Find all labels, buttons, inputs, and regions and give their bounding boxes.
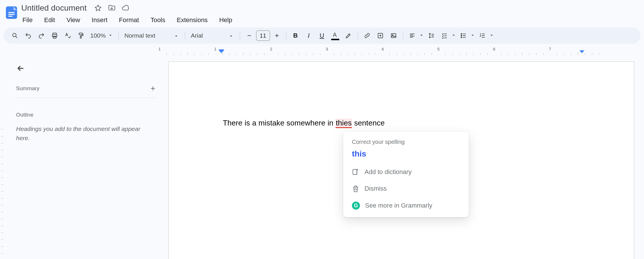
- menu-tools[interactable]: Tools: [149, 15, 167, 25]
- popup-see-more[interactable]: G See more in Grammarly: [343, 197, 469, 214]
- ruler-label: 7: [549, 47, 551, 51]
- svg-rect-11: [391, 34, 396, 38]
- horizontal-ruler[interactable]: 11234567: [0, 47, 644, 55]
- popup-add-label: Add to dictionary: [365, 168, 412, 176]
- font-value: Arial: [191, 32, 203, 39]
- add-summary-button[interactable]: +: [151, 84, 155, 92]
- popup-suggestion[interactable]: this: [343, 149, 469, 164]
- document-page[interactable]: There is a mistake somewhere in thies se…: [168, 61, 634, 259]
- chevron-down-icon: [470, 33, 476, 38]
- bold-button[interactable]: B: [289, 30, 302, 41]
- menu-insert[interactable]: Insert: [90, 15, 109, 25]
- popup-more-label: See more in Grammarly: [365, 202, 432, 209]
- menu-format[interactable]: Format: [117, 15, 141, 25]
- increase-font-icon[interactable]: [271, 30, 283, 41]
- popup-dismiss[interactable]: Dismiss: [343, 180, 469, 197]
- line-spacing-icon[interactable]: [425, 30, 438, 41]
- spellcheck-popup: Correct your spelling this Add to dictio…: [343, 132, 469, 217]
- ruler-label: 6: [493, 47, 495, 51]
- chevron-down-icon: [419, 33, 424, 38]
- menu-file[interactable]: File: [21, 15, 34, 25]
- svg-point-4: [13, 33, 16, 37]
- menu-extensions[interactable]: Extensions: [175, 15, 210, 25]
- svg-rect-3: [8, 16, 12, 17]
- menu-help[interactable]: Help: [217, 15, 234, 25]
- svg-rect-8: [79, 33, 82, 35]
- cloud-status-icon[interactable]: [122, 4, 130, 12]
- spellcheck-icon[interactable]: [62, 30, 74, 41]
- collapse-outline-button[interactable]: [16, 64, 155, 82]
- menu-view[interactable]: View: [65, 15, 82, 25]
- paragraph-style-value: Normal text: [124, 32, 155, 39]
- ruler-label: 1: [214, 47, 216, 51]
- highlight-button[interactable]: [342, 30, 355, 41]
- popup-add-to-dictionary[interactable]: Add to dictionary: [343, 164, 469, 180]
- svg-point-14: [461, 35, 462, 36]
- menu-edit[interactable]: Edit: [42, 15, 57, 25]
- font-size-input[interactable]: 11: [256, 30, 270, 41]
- svg-rect-1: [8, 12, 15, 13]
- print-icon[interactable]: [48, 30, 61, 41]
- italic-button[interactable]: I: [302, 30, 315, 41]
- image-icon[interactable]: [387, 30, 400, 41]
- docs-logo[interactable]: [3, 2, 20, 23]
- ruler-label: 1: [158, 47, 161, 51]
- checklist-button[interactable]: [438, 30, 457, 41]
- outline-heading: Outline: [16, 98, 155, 124]
- chevron-down-icon: [489, 33, 494, 38]
- spelling-error-word[interactable]: thies: [336, 119, 352, 128]
- text-color-button[interactable]: A: [329, 30, 342, 41]
- align-button[interactable]: [406, 30, 424, 41]
- svg-rect-16: [219, 49, 224, 51]
- ruler-label: 5: [437, 47, 440, 51]
- move-icon[interactable]: [108, 4, 116, 12]
- menu-bar: File Edit View Insert Format Tools Exten…: [20, 14, 641, 26]
- chevron-down-icon: [108, 33, 113, 38]
- decrease-font-icon[interactable]: [243, 30, 256, 41]
- outline-empty-hint: Headings you add to the document will ap…: [16, 124, 148, 142]
- vertical-ruler[interactable]: [0, 129, 6, 259]
- font-select[interactable]: Arial: [188, 32, 237, 39]
- toolbar: 100% Normal text Arial 11 B I U A: [3, 28, 641, 44]
- text-after-error: sentence: [352, 119, 385, 127]
- paragraph-style-select[interactable]: Normal text: [122, 32, 182, 39]
- svg-rect-9: [80, 36, 81, 38]
- ruler-label: 3: [326, 47, 328, 51]
- comment-icon[interactable]: [374, 30, 387, 41]
- redo-icon[interactable]: [35, 30, 48, 41]
- paint-format-icon[interactable]: [75, 30, 87, 41]
- popup-heading: Correct your spelling: [343, 139, 469, 149]
- search-icon[interactable]: [9, 30, 21, 41]
- svg-rect-2: [8, 14, 15, 15]
- outline-sidebar: Summary + Outline Headings you add to th…: [0, 55, 167, 259]
- dictionary-icon: [352, 168, 359, 176]
- zoom-select[interactable]: 100%: [88, 32, 116, 39]
- numbered-list-button[interactable]: [476, 30, 494, 41]
- summary-heading: Summary: [16, 85, 39, 92]
- trash-icon: [352, 185, 359, 192]
- chevron-down-icon: [229, 33, 234, 38]
- svg-point-15: [461, 37, 462, 38]
- underline-button[interactable]: U: [316, 30, 328, 41]
- svg-point-13: [461, 34, 462, 34]
- popup-dismiss-label: Dismiss: [365, 185, 387, 192]
- undo-icon[interactable]: [22, 30, 34, 41]
- document-title[interactable]: Untitled document: [20, 3, 88, 13]
- chevron-down-icon: [451, 33, 457, 38]
- ruler-label: 2: [270, 47, 272, 51]
- document-text[interactable]: There is a mistake somewhere in thies se…: [223, 119, 385, 127]
- link-icon[interactable]: [361, 30, 373, 41]
- grammarly-icon: G: [352, 202, 360, 210]
- ruler-label: 4: [382, 47, 384, 51]
- star-icon[interactable]: [94, 4, 102, 12]
- zoom-value: 100%: [90, 32, 106, 39]
- chevron-down-icon: [174, 33, 179, 38]
- bulleted-list-button[interactable]: [457, 30, 476, 41]
- text-before-error: There is a mistake somewhere in: [223, 119, 336, 127]
